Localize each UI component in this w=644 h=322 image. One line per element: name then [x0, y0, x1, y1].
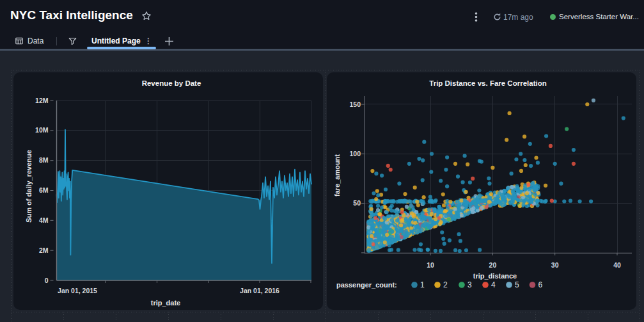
svg-text:4: 4 [491, 280, 496, 289]
svg-text:10: 10 [427, 261, 434, 269]
svg-text:8M: 8M [39, 156, 49, 164]
svg-text:6: 6 [538, 280, 543, 289]
svg-text:20: 20 [489, 261, 497, 269]
svg-text:3: 3 [467, 280, 472, 289]
svg-text:2M: 2M [39, 246, 49, 254]
svg-text:trip_date: trip_date [151, 299, 180, 307]
svg-text:passenger_count:: passenger_count: [336, 281, 397, 289]
svg-text:100: 100 [349, 150, 361, 157]
svg-text:fare_amount: fare_amount [333, 154, 341, 197]
svg-text:4M: 4M [39, 216, 49, 224]
svg-text:10M: 10M [35, 126, 49, 134]
svg-text:6M: 6M [39, 186, 49, 194]
svg-text:Sum of daily_revenue: Sum of daily_revenue [25, 150, 33, 223]
svg-text:30: 30 [551, 261, 559, 269]
svg-text:150: 150 [349, 101, 361, 108]
svg-text:Jan 01, 2015: Jan 01, 2015 [58, 287, 97, 294]
svg-text:Trip Distance vs. Fare Correla: Trip Distance vs. Fare Correlation [429, 79, 546, 87]
svg-text:40: 40 [613, 261, 621, 269]
svg-text:12M: 12M [35, 97, 49, 104]
svg-text:trip_distance: trip_distance [473, 272, 517, 280]
svg-text:5: 5 [515, 280, 519, 289]
svg-text:0: 0 [45, 277, 49, 284]
svg-text:Revenue by Date: Revenue by Date [142, 79, 201, 87]
svg-text:50: 50 [353, 199, 361, 207]
svg-text:Jan 01, 2016: Jan 01, 2016 [240, 287, 279, 294]
svg-text:1: 1 [420, 280, 425, 289]
svg-text:2: 2 [443, 280, 448, 289]
